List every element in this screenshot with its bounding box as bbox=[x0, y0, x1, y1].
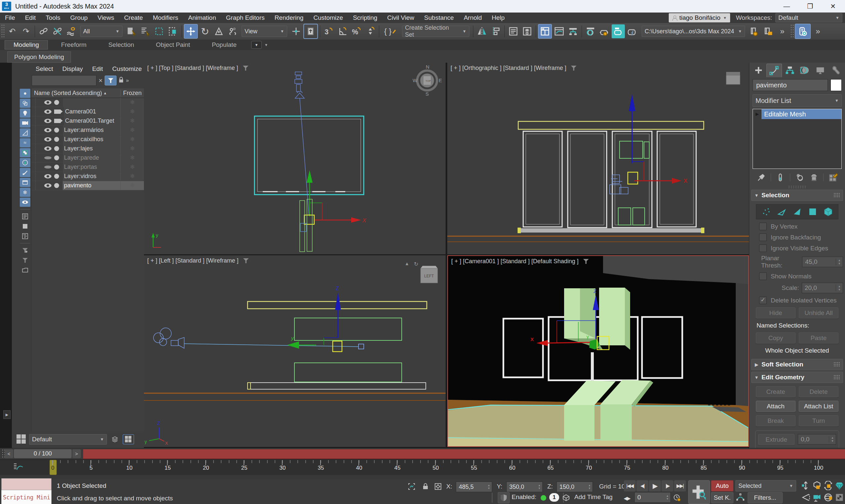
toggle-layer-explorer-icon[interactable] bbox=[521, 24, 534, 38]
polygon-modeling-tab[interactable]: Polygon Modeling bbox=[7, 52, 71, 63]
viewport-filter-icon[interactable] bbox=[571, 66, 577, 71]
next-frame-button[interactable]: > bbox=[72, 449, 81, 458]
render-setup-icon[interactable] bbox=[598, 24, 611, 38]
undo-icon[interactable]: ↶ bbox=[6, 24, 19, 38]
face-mode-icon[interactable] bbox=[792, 207, 802, 217]
viewport-top-label[interactable]: [ + ] [Top ] [Standard ] [Wireframe ] bbox=[147, 65, 249, 72]
toggle-ribbon-icon[interactable] bbox=[538, 24, 552, 39]
select-by-name-icon[interactable] bbox=[139, 24, 152, 38]
viewport-filter-icon[interactable] bbox=[583, 259, 589, 264]
frozen-toggle-icon[interactable]: ❄ bbox=[121, 126, 144, 134]
notification-count-badge[interactable]: 1 bbox=[549, 493, 559, 502]
previous-frame-play-button[interactable]: ◀| bbox=[636, 480, 648, 491]
named-selection-set-combo[interactable]: Create Selection Set▼ bbox=[402, 26, 469, 37]
time-slider-track[interactable] bbox=[83, 449, 845, 459]
visibility-eye-icon[interactable] bbox=[44, 128, 52, 132]
next-frame-play-button[interactable]: |▶ bbox=[662, 480, 673, 491]
ribbon-tab-selection[interactable]: Selection bbox=[100, 40, 143, 49]
explorer-row-pavimento[interactable]: pavimento❄ bbox=[31, 181, 144, 190]
panel-resize-grip[interactable] bbox=[788, 185, 806, 188]
minimize-button[interactable]: — bbox=[783, 3, 790, 10]
schematic-view-icon[interactable] bbox=[566, 24, 580, 38]
selection-lock-toggle-icon[interactable] bbox=[421, 482, 430, 491]
explorer-row-Layer:portas[interactable]: Layer:portas❄ bbox=[31, 163, 144, 172]
filter-spacewarps-icon[interactable]: ≈ bbox=[20, 138, 30, 147]
visibility-eye-icon[interactable] bbox=[44, 109, 52, 114]
go-to-start-button[interactable]: |◀◀ bbox=[624, 480, 636, 491]
rectangular-selection-region-icon[interactable] bbox=[153, 24, 166, 38]
reference-coordinate-dropdown[interactable]: View▼ bbox=[242, 26, 287, 37]
filter-settings-icon[interactable] bbox=[20, 246, 30, 255]
menu-item[interactable]: Arnold bbox=[459, 13, 487, 23]
filter-folder-icon[interactable] bbox=[20, 266, 30, 275]
frame-counter[interactable]: 0 / 100 bbox=[14, 449, 72, 458]
copy-button[interactable]: Copy bbox=[756, 332, 795, 344]
ignore-visible-edges-checkbox[interactable] bbox=[759, 245, 767, 252]
viewport-ortho-label[interactable]: [ + ] [Orthographic ] [Standard ] [Wiref… bbox=[451, 65, 577, 72]
menu-item[interactable]: Scripting bbox=[348, 13, 382, 23]
angle-snap-toggle-icon[interactable] bbox=[336, 24, 349, 38]
viewport-left[interactable]: [ + ] [Left ] [Standard ] [Wireframe ] ▲… bbox=[144, 255, 446, 447]
orbit-icon[interactable] bbox=[823, 492, 834, 503]
unlink-selection-icon[interactable] bbox=[51, 24, 64, 38]
menu-item[interactable]: Tools bbox=[40, 13, 65, 23]
select-and-manipulate-icon[interactable] bbox=[303, 24, 318, 39]
material-editor-icon[interactable] bbox=[584, 24, 597, 38]
unhide-all-button[interactable]: Unhide All bbox=[799, 307, 839, 319]
key-step-toggle[interactable]: ◀▶ bbox=[622, 493, 632, 504]
filter-geometry-icon[interactable]: ● bbox=[20, 89, 30, 98]
toolbar-overflow2-icon[interactable]: » bbox=[811, 24, 825, 38]
visibility-eye-icon[interactable] bbox=[44, 166, 52, 168]
auto-key-button[interactable]: Auto bbox=[711, 480, 734, 491]
menu-item[interactable]: Customize bbox=[308, 13, 348, 23]
zoom-region-icon[interactable] bbox=[834, 480, 845, 491]
ignore-backfacing-checkbox[interactable] bbox=[759, 234, 767, 241]
visibility-eye-icon[interactable] bbox=[44, 100, 52, 105]
visibility-eye-icon[interactable] bbox=[44, 137, 52, 142]
rendered-frame-window-icon[interactable] bbox=[612, 24, 625, 38]
time-configuration-icon[interactable] bbox=[672, 493, 682, 503]
open-mini-curve-editor-icon[interactable] bbox=[11, 462, 26, 473]
modifier-stack-item[interactable]: ▶ Editable Mesh bbox=[753, 109, 841, 119]
zoom-icon[interactable] bbox=[800, 480, 811, 491]
maximize-viewport-toggle-icon[interactable] bbox=[834, 492, 845, 503]
track-bar[interactable]: 0510152025303540455055606570758085909510… bbox=[0, 459, 845, 475]
visibility-eye-icon[interactable] bbox=[44, 119, 52, 123]
frozen-toggle-icon[interactable]: ❄ bbox=[121, 144, 144, 153]
polygon-mode-icon[interactable] bbox=[808, 207, 817, 217]
menu-item[interactable]: Create bbox=[119, 13, 148, 23]
menu-item[interactable]: Graph Editors bbox=[221, 13, 270, 23]
modifier-list-dropdown[interactable]: Modifier List▼ bbox=[753, 94, 842, 107]
zoom-extents-icon[interactable] bbox=[811, 480, 823, 491]
percent-snap-toggle-icon[interactable]: % bbox=[350, 24, 363, 38]
spinner-snap-toggle-icon[interactable] bbox=[364, 24, 377, 38]
play-button[interactable]: ▶ bbox=[649, 480, 661, 491]
filter-funnel-icon[interactable] bbox=[20, 256, 30, 265]
project-folder-combo[interactable]: C:\Users\tiago\...os\3ds Max 2024▼ bbox=[642, 26, 745, 37]
explorer-workspace-grid-icon[interactable] bbox=[17, 434, 27, 444]
listener-macro-area[interactable] bbox=[1, 478, 52, 490]
adaptive-degradation-icon[interactable] bbox=[498, 492, 510, 503]
filter-shapes-icon[interactable] bbox=[20, 98, 30, 108]
menu-item[interactable]: Animation bbox=[183, 13, 221, 23]
select-and-place-icon[interactable] bbox=[226, 24, 239, 38]
visibility-eye-icon[interactable] bbox=[44, 146, 52, 151]
viewport-camera-label[interactable]: [ + ] [Camera001 ] [Standard ] [Default … bbox=[451, 258, 589, 265]
viewport-top[interactable]: [ + ] [Top ] [Standard ] [Wireframe ] TO… bbox=[144, 63, 446, 254]
ribbon-tab-populate[interactable]: Populate bbox=[203, 40, 245, 49]
filter-lights-icon[interactable] bbox=[20, 109, 30, 118]
edit-geometry-header[interactable]: ▼Edit Geometry bbox=[751, 372, 843, 383]
vertex-mode-icon[interactable] bbox=[761, 207, 771, 217]
toolbar-overflow-icon[interactable]: » bbox=[776, 24, 789, 38]
explorer-menu-item[interactable]: Customize bbox=[108, 65, 146, 73]
truck-camera-icon[interactable] bbox=[811, 492, 823, 503]
go-to-end-button[interactable]: ▶▶| bbox=[674, 480, 686, 491]
filter-groups-icon[interactable] bbox=[20, 148, 30, 157]
default-tangent-icon[interactable] bbox=[735, 492, 745, 502]
use-pivot-center-icon[interactable] bbox=[289, 24, 303, 38]
hide-button[interactable]: Hide bbox=[756, 307, 795, 319]
attach-button[interactable]: Attach bbox=[756, 401, 795, 412]
break-button[interactable]: Break bbox=[756, 415, 795, 427]
maxscript-mini-listener-icon[interactable]: { } bbox=[381, 24, 400, 38]
lock-explorer-icon[interactable] bbox=[119, 77, 124, 84]
